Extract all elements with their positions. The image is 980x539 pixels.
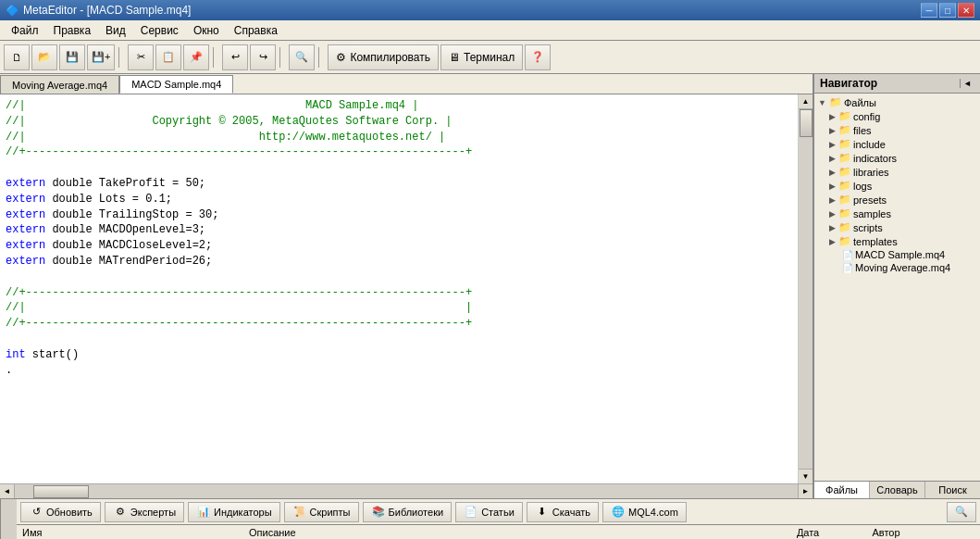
code-editor[interactable]: //| MACD Sample.mq4 | //| Copyright © 20… xyxy=(0,94,798,483)
bottom-toolbar: ↺ Обновить ⚙ Эксперты 📊 Индикаторы 📜 Скр… xyxy=(17,499,980,525)
folder-icon: 📁 xyxy=(829,96,842,108)
terminal-icon: 🖥 xyxy=(449,51,460,64)
expand-icon: ▶ xyxy=(829,112,836,121)
scroll-down-button[interactable]: ▼ xyxy=(799,469,813,483)
h-scroll-track[interactable] xyxy=(15,484,798,499)
menu-file[interactable]: Файл xyxy=(4,22,46,39)
compile-button[interactable]: ⚙ Компилировать xyxy=(328,44,439,70)
paste-button[interactable]: 📌 xyxy=(183,44,209,70)
h-scroll-right-button[interactable]: ► xyxy=(798,484,813,499)
undo-button[interactable]: ↩ xyxy=(222,44,248,70)
tab-macd-sample[interactable]: MACD Sample.mq4 xyxy=(119,75,233,94)
separator-3 xyxy=(279,47,285,68)
expand-icon: ▶ xyxy=(829,182,836,191)
navigator-tree: ▼ 📁 Файлы ▶ 📁 config ▶ 📁 files ▶ 📁 inclu… xyxy=(814,94,980,481)
tools-sidebar-label: Инструменты xyxy=(0,499,17,539)
save-all-button[interactable]: 💾+ xyxy=(87,44,115,70)
nav-item-moving-average-file[interactable]: 📄 Moving Average.mq4 xyxy=(814,261,980,274)
menu-view[interactable]: Вид xyxy=(98,22,133,39)
folder-icon: 📁 xyxy=(838,207,851,219)
menu-help[interactable]: Справка xyxy=(227,22,285,39)
refresh-icon: ↺ xyxy=(29,505,43,520)
col-name: Имя xyxy=(17,525,243,539)
articles-button[interactable]: 📄 Статьи xyxy=(455,502,523,522)
mql4-button[interactable]: 🌐 MQL4.com xyxy=(602,502,687,522)
editor-vertical-scrollbar: ▲ ▼ xyxy=(798,94,813,483)
cut-button[interactable]: ✂ xyxy=(128,44,154,70)
nav-item-samples[interactable]: ▶ 📁 samples xyxy=(814,207,980,220)
scripts-button[interactable]: 📜 Скрипты xyxy=(284,502,359,522)
scroll-up-button[interactable]: ▲ xyxy=(799,94,813,109)
editor-area: Moving Average.mq4 MACD Sample.mq4 //| M… xyxy=(0,74,813,498)
search-button[interactable]: 🔍 xyxy=(289,44,315,70)
copy-button[interactable]: 📋 xyxy=(155,44,181,70)
nav-tab-dictionary[interactable]: Словарь xyxy=(870,482,925,498)
terminal-button[interactable]: 🖥 Терминал xyxy=(440,44,523,70)
menu-edit[interactable]: Правка xyxy=(46,22,99,39)
menu-bar: Файл Правка Вид Сервис Окно Справка xyxy=(0,20,980,41)
expand-icon: ▶ xyxy=(829,154,836,163)
new-button[interactable]: 🗋 xyxy=(4,44,30,70)
redo-button[interactable]: ↪ xyxy=(250,44,276,70)
navigator-panel: Навигатор ◄ ▼ 📁 Файлы ▶ 📁 config ▶ 📁 fil… xyxy=(813,74,980,498)
compile-icon: ⚙ xyxy=(336,51,346,64)
nav-tab-files[interactable]: Файлы xyxy=(814,482,870,498)
scripts-icon: 📜 xyxy=(292,505,307,520)
nav-item-presets[interactable]: ▶ 📁 presets xyxy=(814,193,980,207)
open-button[interactable]: 📂 xyxy=(31,44,57,70)
folder-icon: 📁 xyxy=(838,235,851,247)
code-content: //| MACD Sample.mq4 | //| Copyright © 20… xyxy=(6,98,792,378)
close-button[interactable]: ✕ xyxy=(958,3,974,18)
h-scroll-thumb[interactable] xyxy=(33,485,89,498)
nav-item-libraries[interactable]: ▶ 📁 libraries xyxy=(814,165,980,179)
bottom-table[interactable]: Имя Описание Дата Автор Simple Equity Re… xyxy=(17,525,980,539)
nav-item-config[interactable]: ▶ 📁 config xyxy=(814,109,980,123)
experts-button[interactable]: ⚙ Эксперты xyxy=(105,502,184,522)
indicators-button[interactable]: 📊 Индикаторы xyxy=(188,502,280,522)
navigator-title: Навигатор ◄ xyxy=(814,74,980,94)
nav-item-files-root[interactable]: ▼ 📁 Файлы xyxy=(814,95,980,109)
title-bar-text: MetaEditor - [MACD Sample.mq4] xyxy=(23,4,191,17)
nav-item-logs[interactable]: ▶ 📁 logs xyxy=(814,179,980,193)
menu-window[interactable]: Окно xyxy=(186,22,227,39)
nav-item-scripts[interactable]: ▶ 📁 scripts xyxy=(814,220,980,234)
tab-moving-average[interactable]: Moving Average.mq4 xyxy=(0,75,119,94)
title-bar-left: 🔷 MetaEditor - [MACD Sample.mq4] xyxy=(6,4,191,17)
menu-service[interactable]: Сервис xyxy=(133,22,186,39)
h-scroll-left-button[interactable]: ◄ xyxy=(0,484,15,499)
minimize-button[interactable]: ─ xyxy=(921,3,937,18)
scroll-thumb[interactable] xyxy=(800,109,813,137)
nav-item-include[interactable]: ▶ 📁 include xyxy=(814,137,980,151)
help-button[interactable]: ❓ xyxy=(525,44,551,70)
folder-icon: 📁 xyxy=(838,152,851,164)
main-area: Moving Average.mq4 MACD Sample.mq4 //| M… xyxy=(0,74,980,498)
toolbar: 🗋 📂 💾 💾+ ✂ 📋 📌 ↩ ↪ 🔍 ⚙ Компилировать 🖥 Т… xyxy=(0,41,980,74)
folder-icon: 📁 xyxy=(838,180,851,192)
expand-icon: ▶ xyxy=(829,140,836,149)
title-bar-controls: ─ □ ✕ xyxy=(921,3,974,18)
maximize-button[interactable]: □ xyxy=(939,3,956,18)
refresh-button[interactable]: ↺ Обновить xyxy=(20,502,101,522)
library-table: Имя Описание Дата Автор Simple Equity Re… xyxy=(17,525,980,539)
expand-icon: ▼ xyxy=(818,98,826,107)
code-scroll[interactable]: //| MACD Sample.mq4 | //| Copyright © 20… xyxy=(0,94,798,483)
navigator-collapse-button[interactable]: ◄ xyxy=(960,79,974,88)
folder-icon: 📁 xyxy=(838,110,851,122)
nav-tab-search[interactable]: Поиск xyxy=(925,482,980,498)
file-icon: 📄 xyxy=(842,250,853,260)
nav-item-indicators[interactable]: ▶ 📁 indicators xyxy=(814,151,980,165)
col-date: Дата xyxy=(791,525,867,539)
nav-item-templates[interactable]: ▶ 📁 templates xyxy=(814,234,980,248)
scroll-track[interactable] xyxy=(799,109,813,469)
nav-item-files[interactable]: ▶ 📁 files xyxy=(814,123,980,137)
nav-item-macd-file[interactable]: 📄 MACD Sample.mq4 xyxy=(814,248,980,261)
save-button[interactable]: 💾 xyxy=(59,44,85,70)
expand-icon: ▶ xyxy=(829,168,836,177)
folder-icon: 📁 xyxy=(838,221,851,233)
articles-icon: 📄 xyxy=(464,505,478,520)
folder-icon: 📁 xyxy=(838,124,851,136)
search-bar-button[interactable]: 🔍 xyxy=(947,502,976,522)
download-button[interactable]: ⬇ Скачать xyxy=(527,502,599,522)
libraries-button[interactable]: 📚 Библиотеки xyxy=(363,502,453,522)
expand-icon: ▶ xyxy=(829,195,836,205)
